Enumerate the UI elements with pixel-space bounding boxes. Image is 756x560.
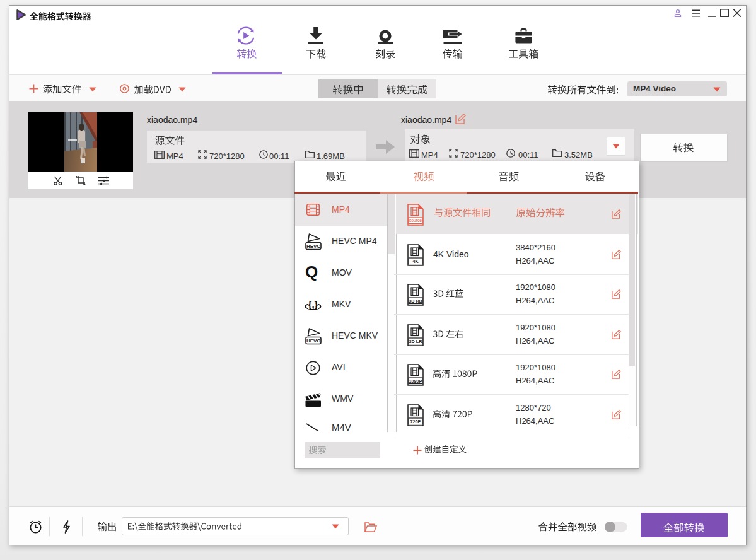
svg-text:3D RB: 3D RB [409, 298, 422, 304]
svg-text:HEVC: HEVC [306, 243, 320, 249]
svg-text:HEVC: HEVC [306, 338, 320, 344]
svg-text:1080P: 1080P [409, 378, 422, 384]
svg-text:{,}: {,} [308, 299, 318, 310]
svg-text:4K: 4K [412, 258, 419, 264]
svg-text:720P: 720P [410, 418, 421, 424]
svg-text:3D LR: 3D LR [409, 338, 423, 344]
svg-text:source: source [409, 218, 422, 223]
